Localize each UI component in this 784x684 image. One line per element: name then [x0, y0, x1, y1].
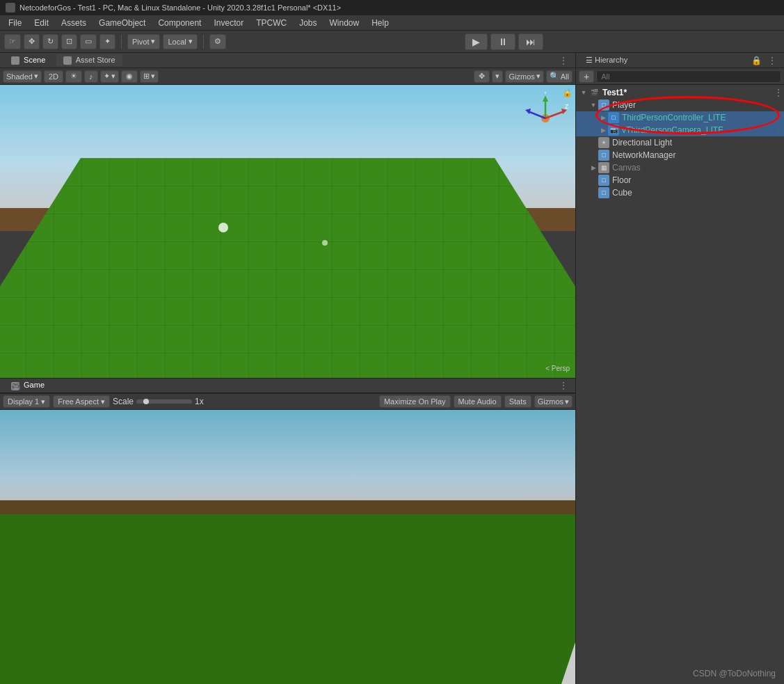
player-arrow[interactable] — [589, 100, 598, 110]
svg-text:Y: Y — [543, 92, 547, 95]
rotate-tool-button[interactable]: ↻ — [42, 34, 58, 49]
scene-panel: Scene Asset Store ⋮ Shaded ▾ 2D — [0, 53, 575, 378]
audio-toggle[interactable]: ♪ — [84, 70, 98, 83]
menu-invector[interactable]: Invector — [208, 17, 249, 29]
tab-game[interactable]: 🎮 Game — [4, 379, 51, 391]
canvas-arrow[interactable] — [589, 163, 598, 173]
menu-assets[interactable]: Assets — [56, 17, 92, 29]
display-dropdown[interactable]: Display 1 ▾ — [3, 395, 50, 408]
game-panel: 🎮 Game ⋮ Display 1 ▾ Free Aspect ▾ — [0, 378, 575, 684]
menu-jobs[interactable]: Jobs — [294, 17, 322, 29]
game-ground-green — [0, 514, 575, 684]
step-icon: ⏭ — [526, 36, 536, 47]
game-gizmos-dropdown[interactable]: Gizmos ▾ — [534, 395, 573, 408]
scene-options-menu[interactable]: ⋮ — [556, 55, 571, 66]
lighting-toggle[interactable]: ☀ — [65, 70, 82, 83]
step-button[interactable]: ⏭ — [518, 33, 543, 50]
hidden-toggle[interactable]: ◉ — [121, 70, 138, 83]
scene-move-tool[interactable]: ✥ — [474, 70, 490, 83]
toolbar-separator2 — [203, 35, 204, 49]
tab-asset-store[interactable]: Asset Store — [56, 54, 122, 66]
tree-item-dirlight[interactable]: ☀ Directional Light — [576, 136, 784, 149]
tpc-arrow[interactable] — [598, 113, 608, 122]
tree-item-canvas[interactable]: ▦ Canvas — [576, 161, 784, 174]
tab-scene[interactable]: Scene — [4, 54, 52, 66]
stats-button[interactable]: Stats — [504, 395, 531, 408]
tab-hierarchy[interactable]: ☰ Hierarchy — [580, 54, 633, 66]
local-button[interactable]: Local ▾ — [163, 34, 197, 49]
tree-item-netmgr[interactable]: □ NetworkManager — [576, 149, 784, 161]
scene-options-dots[interactable]: ⋮ — [773, 87, 784, 98]
vtpc-arrow[interactable] — [598, 125, 608, 135]
search-dropdown[interactable]: 🔍 All — [546, 70, 573, 83]
scene-tab-icon — [11, 56, 19, 65]
tree-item-scene[interactable]: 🎬 Test1* ⋮ — [576, 86, 784, 99]
gizmos-dropdown[interactable]: Gizmos ▾ — [505, 70, 543, 83]
tree-item-floor[interactable]: □ Floor — [576, 174, 784, 186]
move-tool-button[interactable]: ✥ — [24, 34, 40, 49]
scale-slider-thumb — [143, 399, 149, 404]
game-options-menu[interactable]: ⋮ — [556, 380, 571, 391]
menu-file[interactable]: File — [3, 17, 27, 29]
tree-item-tpc[interactable]: □ ThirdPersonController_LITE › — [576, 111, 784, 124]
scene-move-chevron-icon: ▾ — [495, 72, 499, 81]
maximize-on-play-button[interactable]: Maximize On Play — [379, 395, 451, 408]
scene-x-label: x — [521, 146, 570, 154]
scale-slider[interactable] — [136, 399, 192, 404]
hand-tool-button[interactable]: ☞ — [4, 34, 21, 49]
menu-gameobject[interactable]: GameObject — [93, 17, 151, 29]
hierarchy-panel-header: ☰ Hierarchy 🔒 ⋮ — [576, 53, 784, 68]
title-bar: NetcodeforGos - Test1 - PC, Mac & Linux … — [0, 0, 784, 15]
tree-item-player[interactable]: □ Player — [576, 99, 784, 111]
title-text: NetcodeforGos - Test1 - PC, Mac & Linux … — [19, 3, 341, 12]
menu-edit[interactable]: Edit — [29, 17, 54, 29]
scale-tool-button[interactable]: ⊡ — [61, 34, 77, 49]
scene-header-icons: ⋮ — [556, 55, 571, 66]
game-toolbar: Display 1 ▾ Free Aspect ▾ Scale 1x Maxim… — [0, 393, 575, 410]
hierarchy-add-button[interactable]: + — [579, 70, 594, 83]
2d-toggle[interactable]: 2D — [44, 70, 63, 83]
effects-dropdown[interactable]: ✦ ▾ — [100, 70, 119, 83]
scene-arrow[interactable] — [579, 88, 589, 97]
pivot-button[interactable]: Pivot ▾ — [127, 34, 160, 49]
dirlight-label: Directional Light — [612, 138, 784, 148]
scene-lock-icon[interactable]: 🔒 — [562, 88, 573, 97]
hierarchy-search-input[interactable] — [596, 70, 781, 83]
effects-chevron-icon: ▾ — [111, 72, 115, 81]
tpc-icon: □ — [608, 112, 619, 123]
menu-component[interactable]: Component — [152, 17, 207, 29]
aspect-dropdown[interactable]: Free Aspect ▾ — [53, 395, 110, 408]
tree-item-vtpc[interactable]: 📷 vThirdPersonCamera_LITE › — [576, 124, 784, 136]
pause-icon: ⏸ — [498, 36, 508, 47]
mute-audio-button[interactable]: Mute Audio — [454, 395, 502, 408]
grid-dropdown[interactable]: ⊞ ▾ — [140, 70, 159, 83]
menu-help[interactable]: Help — [366, 17, 394, 29]
hierarchy-lock-icon[interactable]: 🔒 — [751, 56, 762, 65]
menu-window[interactable]: Window — [324, 17, 365, 29]
scene-grid-overlay — [0, 158, 575, 378]
play-button[interactable]: ▶ — [465, 33, 488, 50]
player-icon: □ — [598, 100, 609, 111]
menu-tpcwc[interactable]: TPCWC — [250, 17, 292, 29]
scene-move-dropdown[interactable]: ▾ — [492, 70, 503, 83]
snap-settings-button[interactable]: ⚙ — [209, 34, 226, 49]
rect-tool-button[interactable]: ▭ — [80, 34, 97, 49]
tree-item-cube[interactable]: □ Cube — [576, 186, 784, 199]
canvas-icon: ▦ — [598, 162, 609, 173]
game-gizmos-chevron-icon: ▾ — [565, 397, 569, 406]
hierarchy-options-menu[interactable]: ⋮ — [765, 55, 780, 66]
transform-tool-button[interactable]: ✦ — [99, 34, 115, 49]
shading-dropdown[interactable]: Shaded ▾ — [3, 70, 42, 83]
local-chevron-icon: ▾ — [189, 37, 193, 46]
scene-persp-label: < Persp — [545, 365, 570, 372]
hierarchy-tree: 🎬 Test1* ⋮ □ Player □ ThirdPersonControl… — [576, 85, 784, 684]
asset-store-icon — [63, 56, 72, 65]
svg-text:Z: Z — [565, 103, 569, 110]
scene-gizmo: Y Z x — [521, 92, 570, 151]
game-panel-header: 🎮 Game ⋮ — [0, 378, 575, 393]
tpc-label: ThirdPersonController_LITE — [622, 113, 773, 122]
dirlight-icon: ☀ — [598, 137, 609, 148]
pause-button[interactable]: ⏸ — [490, 33, 515, 50]
netmgr-icon: □ — [598, 150, 609, 161]
watermark-text: CSDN @ToDoNothing — [693, 669, 776, 678]
